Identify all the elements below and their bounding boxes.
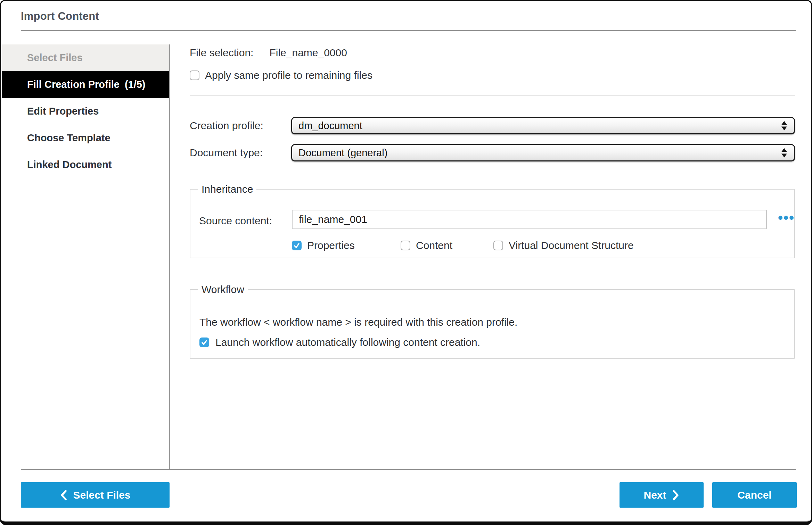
file-selection-label: File selection:: [190, 47, 253, 59]
properties-checkbox[interactable]: [292, 241, 302, 250]
inherit-vds-option: Virtual Document Structure: [493, 240, 634, 251]
step-label: Linked Document: [27, 159, 112, 170]
step-label: Edit Properties: [27, 106, 99, 117]
back-button-label: Select Files: [73, 489, 130, 501]
browse-ellipsis-button[interactable]: •••: [774, 210, 798, 229]
content-label: Content: [416, 240, 452, 251]
document-type-select[interactable]: Document (general): [291, 144, 795, 161]
step-label: Choose Template: [27, 132, 110, 144]
import-content-dialog: Import Content Select Files Fill Creatio…: [0, 0, 812, 525]
content-checkbox[interactable]: [401, 241, 410, 250]
apply-profile-row: Apply same profile to remaining files: [190, 69, 372, 81]
properties-label: Properties: [307, 240, 355, 251]
chevron-right-icon: [672, 490, 680, 500]
section-divider: [190, 95, 795, 96]
chevron-left-icon: [60, 490, 67, 500]
apply-profile-label: Apply same profile to remaining files: [205, 69, 372, 81]
footer-divider: [21, 469, 796, 470]
select-spinner-icon: [781, 121, 787, 131]
cancel-button[interactable]: Cancel: [712, 482, 797, 508]
page-title: Import Content: [21, 10, 99, 23]
file-selection-value: File_name_0000: [269, 47, 347, 59]
sidebar-item-fill-creation-profile[interactable]: Fill Creation Profile (1/5): [2, 71, 169, 98]
next-button[interactable]: Next: [620, 482, 704, 508]
virtual-document-structure-label: Virtual Document Structure: [509, 240, 634, 251]
inheritance-fieldset: Inheritance Source content: ••• Properti…: [190, 183, 795, 258]
inherit-content-option: Content: [401, 240, 452, 251]
wizard-steps: Select Files Fill Creation Profile (1/5)…: [2, 44, 169, 178]
sidebar-item-choose-template[interactable]: Choose Template: [2, 125, 169, 151]
title-divider: [21, 30, 796, 31]
creation-profile-select[interactable]: dm_document: [291, 117, 795, 134]
cancel-button-label: Cancel: [737, 489, 771, 501]
launch-workflow-checkbox[interactable]: [199, 338, 209, 347]
workflow-fieldset: Workflow The workflow < workflow name > …: [190, 284, 795, 359]
select-spinner-icon: [781, 148, 787, 158]
launch-workflow-row: Launch workflow automatically following …: [199, 336, 480, 348]
sidebar-item-edit-properties[interactable]: Edit Properties: [2, 98, 169, 125]
virtual-document-structure-checkbox[interactable]: [493, 241, 503, 250]
apply-profile-checkbox[interactable]: [190, 70, 199, 80]
sidebar-item-linked-document[interactable]: Linked Document: [2, 151, 169, 178]
document-type-label: Document type:: [190, 144, 263, 161]
launch-workflow-label: Launch workflow automatically following …: [215, 336, 480, 348]
check-icon: [201, 339, 208, 346]
sidebar-item-select-files[interactable]: Select Files: [2, 44, 169, 71]
step-label: Fill Creation Profile: [27, 79, 120, 90]
source-content-label: Source content:: [199, 215, 272, 227]
next-button-label: Next: [643, 489, 666, 501]
sidebar-divider: [169, 44, 170, 469]
creation-profile-label: Creation profile:: [190, 117, 263, 134]
check-icon: [293, 242, 300, 249]
workflow-legend: Workflow: [198, 284, 248, 295]
step-progress-badge: (1/5): [125, 79, 146, 90]
inheritance-legend: Inheritance: [198, 183, 256, 195]
step-label: Select Files: [27, 52, 83, 64]
back-select-files-button[interactable]: Select Files: [21, 482, 170, 508]
file-selection-row: File selection: File_name_0000: [190, 47, 347, 59]
inherit-properties-option: Properties: [292, 240, 355, 251]
creation-profile-value: dm_document: [298, 120, 362, 132]
workflow-message: The workflow < workflow name > is requir…: [199, 316, 517, 328]
source-content-input[interactable]: [292, 210, 767, 229]
document-type-value: Document (general): [298, 147, 387, 159]
